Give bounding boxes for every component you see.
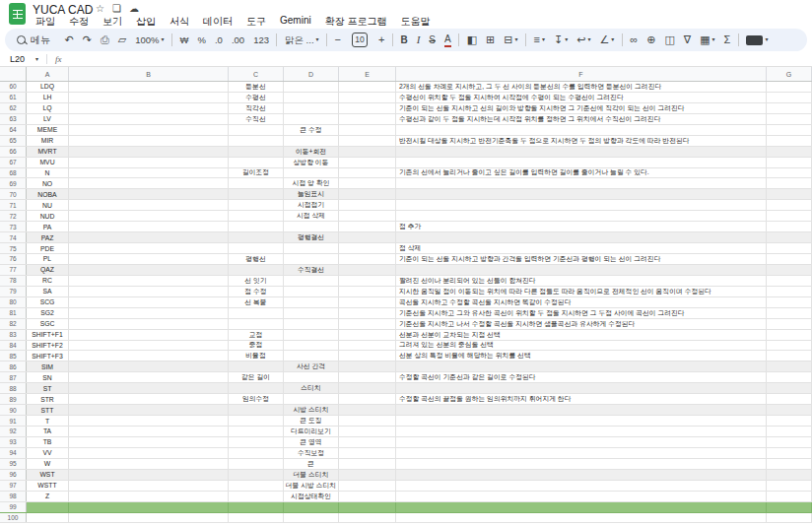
row-header-96[interactable]: 96 [0,470,27,480]
row-header-98[interactable]: 98 [0,492,27,501]
cell-D100[interactable] [284,513,339,523]
row-header-77[interactable]: 77 [0,265,27,275]
cell-E67[interactable] [339,158,396,167]
cell-F95[interactable] [396,459,767,469]
cell-G94[interactable] [767,448,812,458]
cell-B95[interactable] [69,459,229,469]
cell-E91[interactable] [339,416,396,426]
cell-C63[interactable]: 수직선 [229,114,284,124]
name-box[interactable]: L20 [10,54,35,64]
cell-G80[interactable] [767,297,812,307]
cell-F76[interactable]: 기준이 되는 선을 지시하고 방향과 간격을 입력하면 기준선과 평행이 되는 … [396,254,767,264]
cell-F79[interactable]: 지시한 움직일 점이 이동되는 위치에 따라 다른 점들도 따라 움직이므로 전… [396,287,767,296]
cell-A90[interactable]: STT [27,405,69,415]
cell-G71[interactable] [767,200,812,210]
cell-F71[interactable] [396,200,767,210]
cell-A84[interactable]: SHIFT+F2 [27,341,69,351]
cell-E89[interactable] [339,394,396,404]
cell-B82[interactable] [69,319,229,329]
cell-B67[interactable] [69,158,229,167]
cell-B100[interactable] [69,513,229,523]
cell-C78[interactable]: 선 잇기 [229,276,284,286]
cell-G85[interactable] [767,351,812,361]
cell-A95[interactable]: W [27,459,69,469]
cell-C76[interactable]: 평행선 [229,254,284,264]
cell-D89[interactable] [284,394,339,404]
cell-B99[interactable] [69,502,229,512]
cell-E87[interactable] [339,372,396,382]
cell-G91[interactable] [767,416,812,426]
menu-view[interactable]: 보기 [96,14,129,30]
cell-A94[interactable]: VV [27,448,69,458]
cell-E86[interactable] [339,362,396,371]
cell-B61[interactable] [69,93,229,102]
cell-G93[interactable] [767,437,812,447]
cell-F64[interactable] [396,125,767,135]
cell-C87[interactable]: 같은 길이 [229,372,284,382]
cell-F70[interactable] [396,189,767,199]
cell-C77[interactable] [229,265,284,275]
cell-G69[interactable] [767,178,812,188]
row-header-97[interactable]: 97 [0,481,27,491]
cell-F93[interactable] [396,437,767,447]
cell-C70[interactable] [229,189,284,199]
cell-E65[interactable] [339,136,396,146]
cell-C81[interactable] [229,308,284,318]
cell-C92[interactable] [229,427,284,436]
cell-D91[interactable]: 큰 도징 [284,416,339,426]
cell-G83[interactable] [767,330,812,340]
cell-F67[interactable] [396,158,767,167]
vertical-align-icon[interactable]: ↧▾ [549,29,572,51]
cell-G100[interactable] [767,513,812,523]
cell-E80[interactable] [339,297,396,307]
print-icon[interactable]: ⎙ [96,29,113,51]
cell-C96[interactable] [229,470,284,480]
cell-G60[interactable] [767,82,812,92]
cell-E64[interactable] [339,125,396,135]
fill-color-icon[interactable]: ◧ [462,29,481,51]
cell-G75[interactable] [767,243,812,253]
cell-B75[interactable] [69,243,229,253]
functions-icon[interactable]: Σ [719,29,735,51]
cell-G82[interactable] [767,319,812,329]
cell-B68[interactable] [69,168,229,178]
row-header-86[interactable]: 86 [0,362,27,371]
cell-A82[interactable]: SGC [27,319,69,329]
menu-help[interactable]: 도움말 [393,14,437,30]
cell-A69[interactable]: NO [27,178,69,188]
row-header-70[interactable]: 70 [0,189,27,199]
row-header-99[interactable]: 99 [0,502,27,512]
italic-icon[interactable]: I [412,29,425,51]
row-header-95[interactable]: 95 [0,459,27,469]
cell-A72[interactable]: NUD [27,211,69,221]
cell-A64[interactable]: MEME [27,125,69,135]
cell-B71[interactable] [69,200,229,210]
cell-B86[interactable] [69,362,229,371]
cell-F87[interactable]: 수정할 곡선이 기준선과 같은 길이로 수정된다 [396,372,767,382]
row-header-82[interactable]: 82 [0,319,27,329]
cell-F62[interactable]: 기준이 되는 선을 지시하고 선의 길이와 방향을 지시하면 그 기준선에 직각… [396,103,767,113]
cell-E72[interactable] [339,211,396,221]
cell-E99[interactable] [339,502,396,512]
row-header-72[interactable]: 72 [0,211,27,221]
cell-D66[interactable]: 이동+회전 [284,147,339,157]
cell-A73[interactable]: PA [27,222,69,231]
row-header-61[interactable]: 61 [0,93,27,102]
column-header-D[interactable]: D [284,67,339,81]
menu-file[interactable]: 파일 [29,14,62,30]
cell-C82[interactable] [229,319,284,329]
cell-F81[interactable]: 기준선을 지시하고 그와 유사한 곡선이 위치할 두 점을 지시하면 그 두점 … [396,308,767,318]
increase-font-size-icon[interactable]: + [374,29,389,51]
currency-format-icon[interactable]: ₩ [175,29,193,51]
row-header-71[interactable]: 71 [0,200,27,210]
cell-A76[interactable]: PL [27,254,69,264]
cell-B89[interactable] [69,394,229,404]
cell-G63[interactable] [767,114,812,124]
menu-edit[interactable]: 수정 [62,14,96,30]
cell-C89[interactable]: 임의수정 [229,394,284,404]
column-header-G[interactable]: G [767,67,812,81]
cell-F61[interactable]: 수평선이 위치할 두 점을 지시하여 시작점에 수평이 되는 수평선이 그려진다 [396,93,767,102]
cell-G98[interactable] [767,492,812,501]
cell-F75[interactable]: 점 삭제 [396,243,767,253]
strikethrough-icon[interactable]: S [425,29,440,51]
